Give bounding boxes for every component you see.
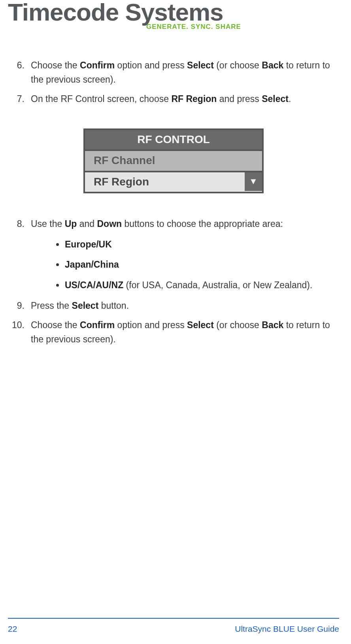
step-text: On the RF Control screen, choose RF Regi… — [31, 94, 291, 104]
step-number: 8. — [8, 217, 25, 231]
step-number: 10. — [8, 318, 25, 332]
step-text: Choose the Confirm option and press Sele… — [31, 320, 330, 344]
brand-tagline: GENERATE. SYNC. SHARE — [146, 23, 339, 31]
rf-control-screen: RF CONTROL RF Channel RF Region ▼ — [83, 128, 264, 193]
rf-channel-row: RF Channel — [85, 151, 262, 172]
page-number: 22 — [8, 624, 17, 634]
step-text: Use the Up and Down buttons to choose th… — [31, 219, 283, 229]
region-item-us: US/CA/AU/NZ (for USA, Canada, Australia,… — [54, 278, 339, 293]
document-page: Timecode Systems GENERATE. SYNC. SHARE 6… — [0, 0, 351, 644]
region-list: Europe/UK Japan/China US/CA/AU/NZ (for U… — [54, 238, 339, 293]
page-footer: 22 UltraSync BLUE User Guide — [8, 618, 339, 634]
rf-channel-label: RF Channel — [94, 151, 155, 170]
step-9: 9. Press the Select button. — [8, 299, 339, 313]
step-7: 7. On the RF Control screen, choose RF R… — [8, 92, 339, 106]
region-item-japan: Japan/China — [54, 258, 339, 272]
step-10: 10. Choose the Confirm option and press … — [8, 318, 339, 346]
region-item-europe: Europe/UK — [54, 238, 339, 252]
step-text: Press the Select button. — [31, 300, 129, 311]
rf-region-row: RF Region ▼ — [85, 172, 262, 192]
step-text: Choose the Confirm option and press Sele… — [31, 60, 330, 85]
step-8: 8. Use the Up and Down buttons to choose… — [8, 217, 339, 293]
rf-screen-container: RF CONTROL RF Channel RF Region ▼ — [8, 128, 339, 193]
chevron-down-icon: ▼ — [245, 172, 262, 191]
step-number: 6. — [8, 59, 25, 73]
body-content: 6. Choose the Confirm option and press S… — [8, 59, 339, 347]
rf-screen-title: RF CONTROL — [85, 130, 262, 151]
instruction-list: 6. Choose the Confirm option and press S… — [8, 59, 339, 347]
brand-logo: Timecode Systems GENERATE. SYNC. SHARE — [8, 0, 339, 31]
step-6: 6. Choose the Confirm option and press S… — [8, 59, 339, 87]
guide-title: UltraSync BLUE User Guide — [235, 624, 339, 634]
step-number: 9. — [8, 299, 25, 313]
step-number: 7. — [8, 92, 25, 106]
rf-region-label: RF Region — [94, 172, 149, 191]
brand-logo-text: Timecode Systems — [8, 0, 339, 25]
